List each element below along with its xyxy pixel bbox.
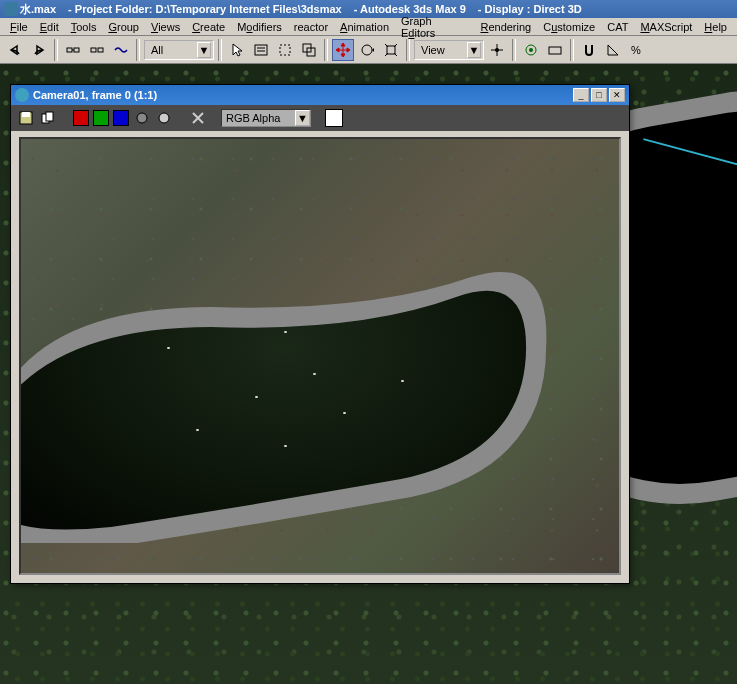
water-highlight xyxy=(313,373,316,375)
toolbar-separator xyxy=(54,39,58,61)
menu-views[interactable]: Views xyxy=(145,20,186,34)
snap-toggle-button[interactable] xyxy=(578,39,600,61)
project-folder-text: - Project Folder: D:\Temporary Internet … xyxy=(68,3,342,15)
maximize-button[interactable]: □ xyxy=(591,88,607,102)
water-highlight xyxy=(284,445,287,447)
svg-rect-12 xyxy=(387,46,395,54)
display-mode-text: - Display : Direct 3D xyxy=(478,3,582,15)
render-window-titlebar[interactable]: Camera01, frame 0 (1:1) _ □ ✕ xyxy=(11,85,629,105)
monochrome-button[interactable] xyxy=(155,109,173,127)
select-and-rotate-button[interactable] xyxy=(356,39,378,61)
bind-space-warp-button[interactable] xyxy=(110,39,132,61)
percent-snap-button[interactable]: % xyxy=(626,39,648,61)
list-icon xyxy=(253,42,269,58)
dropdown-arrow-icon: ▼ xyxy=(295,110,310,126)
toolbar-separator xyxy=(406,39,410,61)
water-highlight xyxy=(401,380,404,382)
menu-maxscript[interactable]: MAXScript xyxy=(634,20,698,34)
menu-tools[interactable]: Tools xyxy=(65,20,103,34)
mono-icon xyxy=(156,110,172,126)
undo-icon xyxy=(7,42,23,58)
channel-display-value: RGB Alpha xyxy=(222,112,295,124)
svg-rect-0 xyxy=(67,48,72,52)
pivot-icon xyxy=(489,42,505,58)
select-and-scale-button[interactable] xyxy=(380,39,402,61)
green-channel-button[interactable] xyxy=(93,110,109,126)
menu-animation[interactable]: Animation xyxy=(334,20,395,34)
unlink-button[interactable] xyxy=(86,39,108,61)
pivot-center-button[interactable] xyxy=(486,39,508,61)
select-by-name-button[interactable] xyxy=(250,39,272,61)
minimize-button[interactable]: _ xyxy=(573,88,589,102)
menu-group[interactable]: Group xyxy=(102,20,145,34)
svg-text:%: % xyxy=(631,44,641,56)
clone-frame-button[interactable] xyxy=(39,109,57,127)
channel-display-dropdown[interactable]: RGB Alpha ▼ xyxy=(221,109,311,127)
keyboard-shortcut-button[interactable] xyxy=(544,39,566,61)
menu-cat[interactable]: CAT xyxy=(601,20,634,34)
water-highlight xyxy=(343,412,346,414)
rotate-icon xyxy=(359,42,375,58)
svg-rect-23 xyxy=(46,112,53,121)
select-region-button[interactable] xyxy=(274,39,296,61)
toolbar-separator xyxy=(136,39,140,61)
red-channel-button[interactable] xyxy=(73,110,89,126)
select-object-button[interactable] xyxy=(226,39,248,61)
main-toolbar: All ▼ View ▼ % xyxy=(0,36,737,64)
angle-snap-icon xyxy=(605,42,621,58)
dropdown-arrow-icon: ▼ xyxy=(467,42,481,58)
link-button[interactable] xyxy=(62,39,84,61)
window-crossing-button[interactable] xyxy=(298,39,320,61)
svg-point-24 xyxy=(137,113,147,123)
clear-button[interactable] xyxy=(189,109,207,127)
menu-graph-editors[interactable]: Graph Editors xyxy=(395,14,474,40)
pond-water xyxy=(19,217,577,543)
render-image-container xyxy=(13,131,627,581)
menu-file[interactable]: File xyxy=(4,20,34,34)
dropdown-arrow-icon: ▼ xyxy=(197,42,211,58)
menu-edit[interactable]: Edit xyxy=(34,20,65,34)
window-title-bar: 水.max - Project Folder: D:\Temporary Int… xyxy=(0,0,737,18)
svg-rect-21 xyxy=(22,112,30,117)
select-manipulate-button[interactable] xyxy=(520,39,542,61)
menu-rendering[interactable]: Rendering xyxy=(474,20,537,34)
keyboard-icon xyxy=(547,42,563,58)
alpha-channel-button[interactable] xyxy=(133,109,151,127)
angle-snap-button[interactable] xyxy=(602,39,624,61)
select-and-move-button[interactable] xyxy=(332,39,354,61)
redo-icon xyxy=(31,42,47,58)
selection-filter-dropdown[interactable]: All ▼ xyxy=(144,40,214,60)
menu-create[interactable]: Create xyxy=(186,20,231,34)
svg-point-11 xyxy=(362,45,372,55)
render-window-title: Camera01, frame 0 (1:1) xyxy=(33,89,571,101)
cursor-icon xyxy=(229,42,245,58)
svg-rect-3 xyxy=(91,48,96,52)
clone-icon xyxy=(40,110,56,126)
blue-channel-button[interactable] xyxy=(113,110,129,126)
render-window-icon xyxy=(15,88,29,102)
undo-button[interactable] xyxy=(4,39,26,61)
snap-icon xyxy=(581,42,597,58)
water-highlight xyxy=(167,347,170,349)
filename-text: 水.max xyxy=(20,2,56,17)
rect-region-icon xyxy=(277,42,293,58)
svg-point-17 xyxy=(529,48,533,52)
rendered-image[interactable] xyxy=(19,137,621,575)
toolbar-separator xyxy=(570,39,574,61)
save-image-button[interactable] xyxy=(17,109,35,127)
scale-icon xyxy=(383,42,399,58)
close-button[interactable]: ✕ xyxy=(609,88,625,102)
menu-help[interactable]: Help xyxy=(698,20,733,34)
svg-point-25 xyxy=(159,113,169,123)
background-color-swatch[interactable] xyxy=(325,109,343,127)
menu-reactor[interactable]: reactor xyxy=(288,20,334,34)
redo-button[interactable] xyxy=(28,39,50,61)
crossing-icon xyxy=(301,42,317,58)
menu-customize[interactable]: Customize xyxy=(537,20,601,34)
reference-coord-dropdown[interactable]: View ▼ xyxy=(414,40,484,60)
space-warp-icon xyxy=(113,42,129,58)
menu-modifiers[interactable]: Modifiers xyxy=(231,20,288,34)
x-icon xyxy=(190,110,206,126)
unlink-icon xyxy=(89,42,105,58)
manipulate-icon xyxy=(523,42,539,58)
